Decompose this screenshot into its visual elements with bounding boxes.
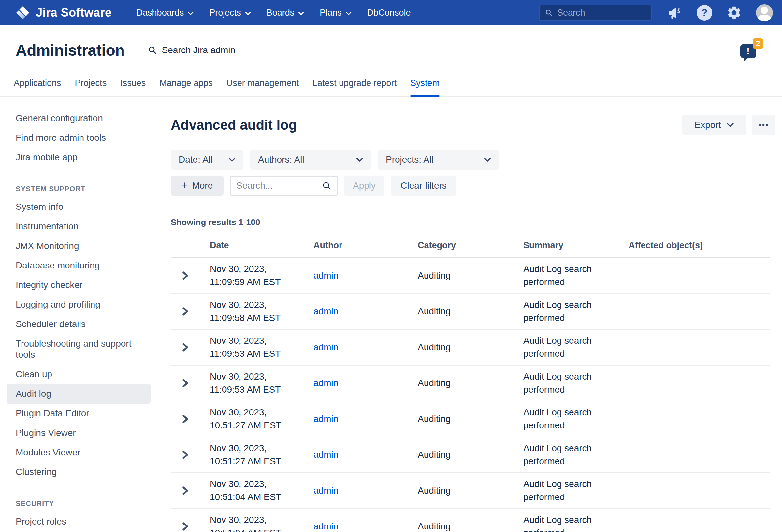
sidebar-item-instrumentation[interactable]: Instrumentation: [6, 217, 150, 236]
help-glyph: ?: [701, 7, 708, 19]
row-expand-chevron[interactable]: [171, 343, 210, 352]
nav-search-input[interactable]: [557, 8, 646, 18]
author-link[interactable]: admin: [314, 306, 338, 316]
row-expand-chevron[interactable]: [171, 271, 210, 280]
cell-summary: Audit Log search performed: [523, 477, 602, 504]
author-link[interactable]: admin: [314, 378, 338, 388]
nav-search-field[interactable]: [539, 5, 652, 21]
sidebar-item-find-more-admin-tools[interactable]: Find more admin tools: [6, 128, 150, 148]
apply-button[interactable]: Apply: [344, 176, 385, 196]
tab-latest-upgrade-report[interactable]: Latest upgrade report: [313, 78, 396, 96]
sidebar-item-general-configuration[interactable]: General configuration: [6, 108, 150, 128]
table-row: Nov 30, 2023,10:51:04 AM EST admin Audit…: [171, 473, 770, 509]
author-link[interactable]: admin: [314, 271, 338, 281]
chevron-right-icon: [181, 522, 189, 531]
audit-search-input[interactable]: [236, 180, 322, 191]
sidebar-item-jira-mobile-app[interactable]: Jira mobile app: [6, 148, 150, 167]
jira-brand[interactable]: Jira Software: [15, 5, 112, 20]
author-link[interactable]: admin: [314, 342, 338, 352]
nav-item-boards[interactable]: Boards: [266, 8, 304, 18]
row-expand-chevron[interactable]: [171, 307, 210, 316]
notifications-button[interactable]: ! 2: [740, 38, 765, 65]
column-header-summary: Summary: [523, 240, 629, 251]
filter-row-dropdowns: Date: All Authors: All Projects: All: [171, 149, 776, 170]
sidebar-item-scheduler-details[interactable]: Scheduler details: [6, 314, 150, 334]
sidebar-item-plugins-viewer[interactable]: Plugins Viewer: [6, 423, 150, 443]
exclamation-glyph: !: [746, 46, 749, 56]
sidebar-section-title: SECURITY: [15, 499, 158, 508]
row-expand-chevron[interactable]: [171, 486, 210, 495]
tab-issues[interactable]: Issues: [120, 78, 146, 96]
tab-manage-apps[interactable]: Manage apps: [159, 78, 213, 96]
more-filters-button[interactable]: + More: [171, 176, 223, 196]
cell-author: admin: [314, 521, 418, 532]
row-expand-chevron[interactable]: [171, 379, 210, 387]
sidebar-item-integrity-checker[interactable]: Integrity checker: [6, 275, 150, 295]
table-row: Nov 30, 2023,11:09:58 AM EST admin Audit…: [171, 294, 770, 330]
clear-filters-button[interactable]: Clear filters: [391, 176, 456, 196]
tab-system[interactable]: System: [410, 78, 439, 96]
user-avatar[interactable]: [756, 4, 773, 21]
chevron-down-icon: [484, 158, 491, 162]
tab-user-management[interactable]: User management: [226, 78, 299, 96]
date-filter-label: Date: All: [179, 154, 212, 165]
authors-filter-dropdown[interactable]: Authors: All: [250, 149, 371, 170]
main-panel: Advanced audit log Export ••• Date: All …: [158, 97, 782, 532]
author-link[interactable]: admin: [314, 521, 338, 531]
chevron-right-icon: [181, 451, 189, 459]
table-row: Nov 30, 2023,11:09:53 AM EST admin Audit…: [171, 365, 770, 401]
audit-log-table: DateAuthorCategorySummaryAffected object…: [171, 240, 770, 532]
tab-applications[interactable]: Applications: [14, 78, 61, 96]
author-link[interactable]: admin: [314, 450, 338, 460]
row-expand-chevron[interactable]: [171, 415, 210, 423]
sidebar-item-clean-up[interactable]: Clean up: [6, 364, 150, 384]
more-actions-button[interactable]: •••: [752, 115, 776, 135]
sidebar-item-system-info[interactable]: System info: [6, 197, 150, 217]
author-link[interactable]: admin: [314, 486, 338, 496]
nav-item-plans[interactable]: Plans: [320, 8, 352, 18]
chevron-down-icon: [298, 12, 304, 15]
projects-filter-dropdown[interactable]: Projects: All: [378, 149, 499, 170]
row-expand-chevron[interactable]: [171, 451, 210, 459]
sidebar-item-plugin-data-editor[interactable]: Plugin Data Editor: [6, 404, 150, 423]
cell-date: Nov 30, 2023,11:09:58 AM EST: [210, 298, 314, 324]
author-link[interactable]: admin: [314, 414, 338, 424]
help-icon[interactable]: ?: [697, 5, 712, 21]
chevron-right-icon: [181, 486, 189, 495]
megaphone-icon[interactable]: [667, 5, 682, 20]
nav-item-dbconsole[interactable]: DbConsole: [367, 8, 411, 18]
cell-date: Nov 30, 2023,11:09:59 AM EST: [210, 262, 314, 289]
table-header-row: DateAuthorCategorySummaryAffected object…: [171, 240, 770, 258]
chevron-right-icon: [181, 307, 189, 316]
jira-logo-icon: [15, 5, 30, 20]
export-button[interactable]: Export: [682, 115, 746, 135]
cell-category: Auditing: [418, 306, 523, 317]
admin-header: Administration Search Jira admin ! 2: [0, 26, 782, 75]
sidebar-item-modules-viewer[interactable]: Modules Viewer: [6, 443, 150, 462]
sidebar-item-troubleshooting-and-support-tools[interactable]: Troubleshooting and support tools: [6, 334, 150, 364]
row-expand-chevron[interactable]: [171, 522, 210, 531]
cell-category: Auditing: [418, 414, 523, 424]
nav-item-dashboards[interactable]: Dashboards: [137, 8, 194, 18]
sidebar-item-logging-and-profiling[interactable]: Logging and profiling: [6, 295, 150, 314]
content-area: General configuration Find more admin to…: [0, 97, 782, 532]
cell-summary: Audit Log search performed: [523, 513, 602, 532]
jira-admin-screen: Jira Software Dashboards Projects Boards…: [0, 0, 782, 532]
cell-date: Nov 30, 2023,10:51:04 AM EST: [210, 477, 314, 504]
chevron-down-icon: [346, 12, 352, 15]
search-icon: [322, 180, 331, 191]
sidebar-item-clustering[interactable]: Clustering: [6, 462, 150, 482]
admin-search[interactable]: Search Jira admin: [148, 45, 235, 56]
audit-search-field[interactable]: [230, 176, 337, 196]
date-filter-dropdown[interactable]: Date: All: [171, 149, 243, 170]
sidebar-item-jmx-monitoring[interactable]: JMX Monitoring: [6, 236, 150, 256]
cell-category: Auditing: [418, 271, 523, 281]
chevron-right-icon: [181, 379, 189, 387]
sidebar-item-project-roles[interactable]: Project roles: [6, 512, 150, 531]
settings-gear-icon[interactable]: [726, 5, 742, 20]
sidebar-item-database-monitoring[interactable]: Database monitoring: [6, 256, 150, 275]
chevron-down-icon: [245, 12, 251, 15]
tab-projects[interactable]: Projects: [75, 78, 107, 96]
nav-item-projects[interactable]: Projects: [209, 8, 251, 18]
sidebar-item-audit-log[interactable]: Audit log: [6, 384, 150, 404]
